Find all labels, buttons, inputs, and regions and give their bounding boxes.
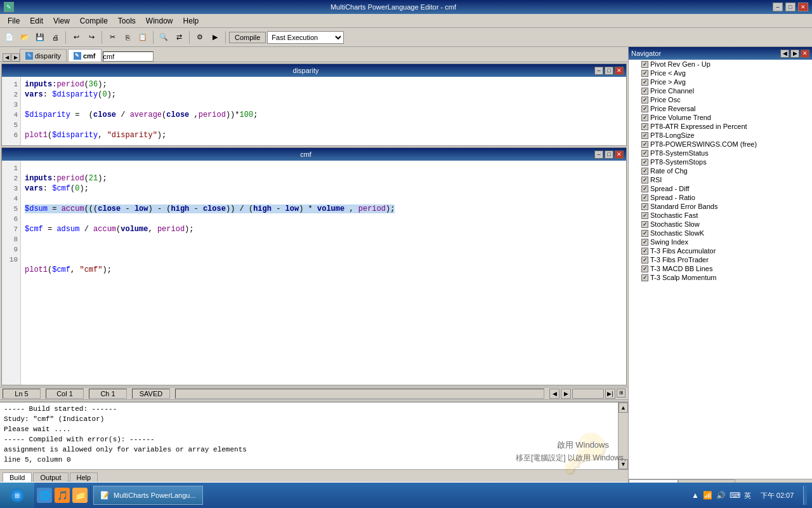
nav-item-standard-error-bands[interactable]: Standard Error Bands [629, 202, 812, 211]
nav-item-t3-fibs-acc[interactable]: T-3 Fibs Accumulator [629, 246, 812, 255]
run-button[interactable]: ▶ [208, 30, 222, 44]
nav-item-pt8-systemstatus[interactable]: PT8-SystemStatus [629, 149, 812, 157]
disparity-minimize-button[interactable]: – [594, 67, 603, 75]
nav-item-price-volume-trend[interactable]: Price Volume Trend [629, 113, 812, 122]
replace-button[interactable]: ⇄ [172, 30, 186, 44]
execution-mode-select[interactable]: Fast Execution Accurate Execution [267, 31, 344, 44]
disparity-code-content[interactable]: inputs:period(36); vars: $disparity(0); … [21, 77, 626, 145]
nav-checkbox-rsi[interactable] [641, 177, 648, 184]
nav-item-price-channel[interactable]: Price Channel [629, 86, 812, 95]
nav-item-rsi[interactable]: RSI [629, 175, 812, 184]
redo-button[interactable]: ↪ [84, 30, 98, 44]
nav-checkbox-t3-fibs-pro[interactable] [641, 257, 648, 264]
navigator-nav-next[interactable]: ▶ [790, 50, 799, 58]
menu-compile[interactable]: Compile [75, 15, 113, 27]
debug-button[interactable]: ⚙ [193, 30, 207, 44]
nav-checkbox-spread-diff[interactable] [641, 185, 648, 192]
maximize-button[interactable]: □ [785, 3, 796, 11]
compile-button[interactable]: Compile [229, 32, 266, 43]
navigator-close-button[interactable]: ✕ [801, 50, 809, 58]
nav-item-swing-index[interactable]: Swing Index [629, 237, 812, 246]
nav-item-pt8-atr[interactable]: PT8-ATR Expressed in Percent [629, 122, 812, 131]
nav-item-pivot-rev-gen-up[interactable]: Pivot Rev Gen - Up [629, 60, 812, 69]
nav-checkbox-t3-macd[interactable] [641, 265, 648, 272]
tab-prev-button[interactable]: ◀ [3, 53, 11, 62]
menu-tools[interactable]: Tools [113, 15, 141, 27]
menu-edit[interactable]: Edit [25, 15, 48, 27]
nav-checkbox-pt8-systemstops[interactable] [641, 159, 648, 166]
nav-checkbox-t3-fibs-acc[interactable] [641, 248, 648, 255]
disparity-close-button[interactable]: ✕ [615, 67, 624, 75]
nav-item-t3-fibs-pro[interactable]: T-3 Fibs ProTrader [629, 255, 812, 264]
close-button[interactable]: ✕ [798, 3, 808, 11]
nav-checkbox-standard-error-bands[interactable] [641, 203, 648, 210]
print-button[interactable]: 🖨 [48, 30, 62, 44]
tab-cmf[interactable]: ✎ cmf [68, 49, 102, 62]
menu-window[interactable]: Window [141, 15, 178, 27]
undo-button[interactable]: ↩ [69, 30, 83, 44]
navigator-nav-prev[interactable]: ◀ [780, 50, 789, 58]
nav-checkbox-pt8-longsize[interactable] [641, 132, 648, 139]
media-icon[interactable]: 🎵 [55, 488, 70, 503]
nav-item-pt8-powerswings[interactable]: PT8-POWERSWINGS.COM (free) [629, 140, 812, 149]
copy-button[interactable]: ⎘ [121, 30, 134, 44]
tray-battery[interactable]: ⌨ [730, 491, 740, 500]
nav-checkbox-pt8-powerswings[interactable] [641, 141, 648, 148]
tray-language[interactable]: 英 [744, 491, 751, 500]
scroll-right-btn[interactable]: ▶ [561, 389, 571, 399]
nav-checkbox-t3-scalp[interactable] [641, 274, 648, 281]
nav-checkbox-price-volume-trend[interactable] [641, 114, 648, 121]
scroll-left-btn[interactable]: ◀ [549, 389, 560, 399]
folder-icon[interactable]: 📁 [72, 488, 88, 503]
tray-sound[interactable]: 🔊 [716, 491, 726, 500]
tray-time[interactable]: 下午 02:07 [755, 491, 799, 500]
tab-next-button[interactable]: ▶ [11, 53, 20, 62]
nav-item-stochastic-slowk[interactable]: Stochastic SlowK [629, 229, 812, 237]
nav-checkbox-stochastic-slowk[interactable] [641, 230, 648, 237]
resize-grip[interactable]: ⊞ [617, 389, 625, 398]
cmf-minimize-button[interactable]: – [594, 150, 603, 159]
nav-checkbox-pt8-systemstatus[interactable] [641, 150, 648, 157]
nav-checkbox-price-reversal[interactable] [641, 105, 648, 112]
tab-disparity[interactable]: ✎ disparity [20, 49, 67, 62]
nav-item-price-lt-avg[interactable]: Price < Avg [629, 69, 812, 77]
nav-item-rate-of-chg[interactable]: Rate of Chg [629, 166, 812, 175]
menu-help[interactable]: Help [178, 15, 204, 27]
scroll-end-btn[interactable]: ▶| [605, 389, 615, 399]
ie-icon[interactable]: 🌐 [37, 488, 52, 503]
output-scroll-up[interactable]: ▲ [619, 403, 628, 413]
tab-rename-input[interactable] [103, 51, 154, 62]
nav-item-pt8-longsize[interactable]: PT8-LongSize [629, 131, 812, 140]
nav-checkbox-price-osc[interactable] [641, 97, 648, 104]
paste-button[interactable]: 📋 [136, 30, 150, 44]
nav-checkbox-stochastic-fast[interactable] [641, 212, 648, 219]
cmf-close-button[interactable]: ✕ [615, 150, 624, 159]
cut-button[interactable]: ✂ [105, 30, 119, 44]
nav-item-spread-ratio[interactable]: Spread - Ratio [629, 193, 812, 202]
start-button[interactable]: ⊞ [0, 483, 34, 508]
nav-item-spread-diff[interactable]: Spread - Diff [629, 184, 812, 193]
show-desktop-btn[interactable] [803, 486, 807, 505]
nav-item-price-reversal[interactable]: Price Reversal [629, 104, 812, 113]
menu-view[interactable]: View [48, 15, 75, 27]
minimize-button[interactable]: – [773, 3, 783, 11]
disparity-maximize-button[interactable]: □ [605, 67, 613, 75]
nav-item-stochastic-fast[interactable]: Stochastic Fast [629, 211, 812, 220]
nav-item-price-gt-avg[interactable]: Price > Avg [629, 77, 812, 86]
nav-checkbox-price-gt-avg[interactable] [641, 79, 648, 86]
menu-file[interactable]: File [3, 15, 25, 27]
find-button[interactable]: 🔍 [157, 30, 171, 44]
nav-item-price-osc[interactable]: Price Osc [629, 95, 812, 104]
tray-network[interactable]: 📶 [703, 491, 712, 500]
output-tab-output[interactable]: Output [33, 472, 68, 482]
nav-item-stochastic-slow[interactable]: Stochastic Slow [629, 220, 812, 229]
nav-item-pt8-systemstops[interactable]: PT8-SystemStops [629, 157, 812, 166]
nav-checkbox-rate-of-chg[interactable] [641, 168, 648, 175]
open-button[interactable]: 📂 [18, 30, 32, 44]
nav-checkbox-price-channel[interactable] [641, 88, 648, 95]
output-tab-build[interactable]: Build [3, 472, 32, 482]
new-button[interactable]: 📄 [3, 30, 16, 44]
nav-checkbox-pivot-rev-gen-up[interactable] [641, 61, 648, 68]
nav-checkbox-spread-ratio[interactable] [641, 194, 648, 201]
cmf-maximize-button[interactable]: □ [605, 150, 613, 159]
